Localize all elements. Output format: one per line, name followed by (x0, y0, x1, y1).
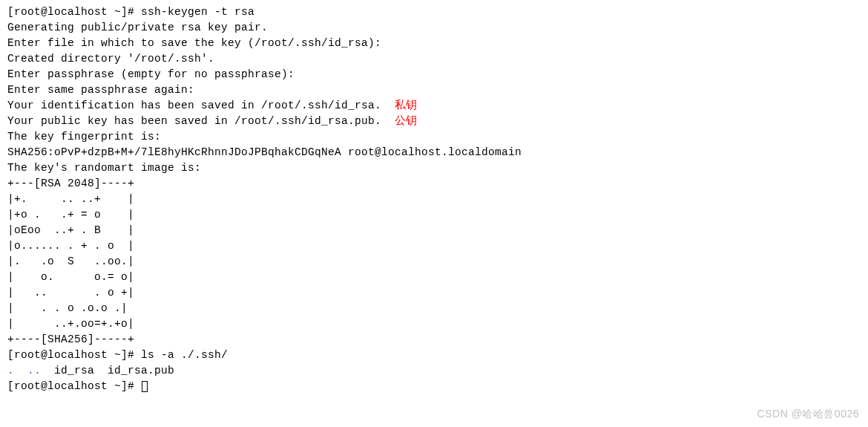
terminal-output-line: Enter passphrase (empty for no passphras… (7, 67, 861, 82)
terminal-line-prompt-3[interactable]: [root@localhost ~]# (7, 379, 861, 394)
randomart-border-top: +---[RSA 2048]----+ (7, 176, 861, 192)
annotation-public-key: 公钥 (395, 115, 418, 127)
randomart-row: |+. .. ..+ | (7, 192, 861, 207)
watermark-text: CSDN @哈哈兽0026 (757, 406, 859, 421)
terminal-output-line: Generating public/private rsa key pair. (7, 20, 861, 36)
terminal-line-prompt-1: [root@localhost ~]# ssh-keygen -t rsa (7, 4, 861, 20)
terminal-output-line: The key's randomart image is: (7, 160, 861, 176)
terminal-output-line: Enter file in which to save the key (/ro… (7, 36, 861, 51)
shell-prompt: [root@localhost ~]# (7, 380, 141, 392)
shell-prompt: [root@localhost ~]# (7, 349, 141, 361)
terminal-output-line: Enter same passphrase again: (7, 82, 861, 98)
randomart-row: |. .o S ..oo.| (7, 254, 861, 270)
cursor-icon (142, 381, 148, 392)
terminal-output-line-public-key: Your public key has been saved in /root/… (7, 114, 861, 129)
terminal-output-fingerprint: SHA256:oPvP+dzpB+M+/7lE8hyHKcRhnnJDoJPBq… (7, 145, 861, 160)
typed-command: ls -a ./.ssh/ (141, 349, 228, 361)
ls-output-line: . .. id_rsa id_rsa.pub (7, 363, 861, 379)
randomart-border-bottom: +----[SHA256]-----+ (7, 332, 861, 348)
public-key-path: Your public key has been saved in /root/… (7, 115, 395, 127)
typed-command: ssh-keygen -t rsa (141, 6, 254, 18)
randomart-row: | .. . o +| (7, 285, 861, 301)
randomart-row: | o. o.= o| (7, 270, 861, 285)
randomart-row: |oEoo ..+ . B | (7, 223, 861, 238)
ls-directories: . .. (7, 365, 41, 377)
shell-prompt: [root@localhost ~]# (7, 6, 141, 18)
annotation-private-key: 私钥 (395, 100, 418, 111)
terminal-output-line: The key fingerprint is: (7, 129, 861, 145)
ls-files: id_rsa id_rsa.pub (41, 365, 174, 377)
randomart-row: |+o . .+ = o | (7, 207, 861, 223)
private-key-path: Your identification has been saved in /r… (7, 100, 395, 111)
terminal-line-prompt-2: [root@localhost ~]# ls -a ./.ssh/ (7, 348, 861, 363)
randomart-row: | ..+.oo=+.+o| (7, 316, 861, 332)
randomart-row: | . . o .o.o .| (7, 301, 861, 316)
terminal-output-line: Created directory '/root/.ssh'. (7, 51, 861, 67)
randomart-row: |o...... . + . o | (7, 238, 861, 254)
terminal-output-line-private-key: Your identification has been saved in /r… (7, 98, 861, 114)
